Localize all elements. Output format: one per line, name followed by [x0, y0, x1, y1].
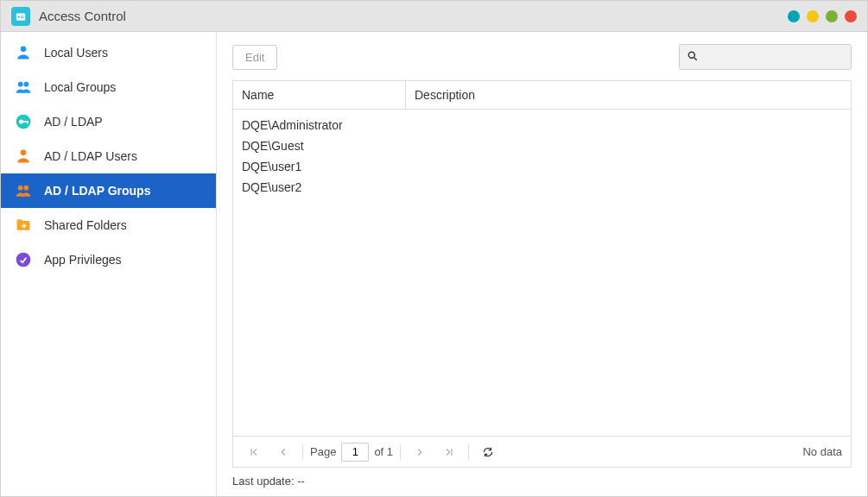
svg-point-13: [23, 186, 29, 191]
svg-line-16: [694, 57, 697, 60]
app-window: Access Control Local Users Local Groups: [0, 0, 868, 497]
pager: Page of 1 No data: [233, 436, 851, 467]
group-icon: [15, 79, 32, 96]
search-icon: [687, 50, 699, 65]
svg-rect-0: [16, 13, 26, 20]
privileges-icon: [15, 251, 32, 268]
cell-desc: [406, 158, 851, 175]
cell-name: DQE\Administrator: [233, 116, 406, 134]
svg-point-12: [18, 186, 23, 191]
svg-rect-2: [21, 16, 24, 16]
pager-status: No data: [802, 445, 842, 458]
titlebar: Access Control: [1, 1, 867, 32]
sidebar-item-ad-ldap-groups[interactable]: AD / LDAP Groups: [1, 173, 216, 208]
first-page-button[interactable]: [242, 442, 266, 462]
sidebar-item-shared-folders[interactable]: Shared Folders: [1, 208, 216, 242]
cell-name: DQE\user1: [233, 158, 406, 175]
cell-name: DQE\user2: [233, 179, 406, 196]
svg-point-5: [18, 82, 23, 87]
sidebar-item-label: AD / LDAP Users: [44, 149, 137, 163]
sidebar-item-label: AD / LDAP Groups: [44, 184, 150, 198]
edit-button[interactable]: Edit: [232, 45, 277, 70]
window-dot-teal[interactable]: [788, 10, 800, 22]
search-box[interactable]: [679, 44, 852, 70]
sidebar-item-label: App Privileges: [44, 253, 122, 267]
app-icon: [11, 7, 30, 26]
cell-name: DQE\Guest: [233, 137, 406, 154]
last-update: Last update: --: [232, 468, 852, 488]
user-orange-icon: [15, 148, 32, 165]
sidebar-item-label: Local Users: [44, 46, 108, 60]
svg-point-6: [23, 82, 29, 87]
table-row[interactable]: DQE\Administrator: [233, 115, 851, 135]
svg-rect-10: [27, 121, 29, 123]
table-body: DQE\Administrator DQE\Guest DQE\user1 DQ…: [233, 110, 851, 436]
svg-point-8: [19, 120, 23, 124]
sidebar-item-ad-ldap[interactable]: AD / LDAP: [1, 104, 216, 139]
search-input[interactable]: [704, 51, 849, 64]
window-title: Access Control: [39, 9, 126, 23]
col-description[interactable]: Description: [406, 81, 851, 109]
page-label: Page: [310, 445, 336, 458]
table-header: Name Description: [233, 81, 851, 110]
cell-desc: [406, 179, 851, 196]
svg-point-14: [16, 253, 31, 267]
prev-page-button[interactable]: [271, 442, 295, 462]
table-row[interactable]: DQE\Guest: [233, 135, 851, 156]
svg-point-15: [688, 52, 694, 58]
toolbar: Edit: [232, 44, 852, 70]
table-row[interactable]: DQE\user1: [233, 156, 851, 177]
sidebar-item-local-users[interactable]: Local Users: [1, 35, 216, 70]
sidebar-item-label: AD / LDAP: [44, 115, 103, 129]
table-row[interactable]: DQE\user2: [233, 177, 851, 198]
page-of-label: of 1: [374, 445, 393, 458]
sidebar-item-local-groups[interactable]: Local Groups: [1, 70, 216, 104]
svg-point-4: [21, 47, 27, 53]
sidebar-item-label: Local Groups: [44, 80, 116, 94]
svg-rect-3: [21, 17, 24, 18]
group-orange-icon: [15, 182, 32, 199]
sidebar: Local Users Local Groups AD / LDAP AD / …: [1, 32, 217, 496]
cell-desc: [406, 116, 851, 134]
sidebar-item-label: Shared Folders: [44, 218, 127, 232]
window-dot-red[interactable]: [845, 10, 857, 22]
svg-point-11: [21, 150, 27, 156]
last-page-button[interactable]: [437, 442, 461, 462]
data-table: Name Description DQE\Administrator DQE\G…: [232, 80, 852, 468]
main-content: Edit Name Description DQE\Administrator: [217, 32, 867, 496]
window-dot-yellow[interactable]: [807, 10, 819, 22]
window-controls: [788, 10, 857, 22]
page-input[interactable]: [341, 443, 369, 462]
svg-point-1: [18, 16, 20, 17]
refresh-button[interactable]: [476, 442, 500, 462]
col-name[interactable]: Name: [233, 81, 406, 109]
folder-icon: [15, 217, 32, 234]
sidebar-item-app-privileges[interactable]: App Privileges: [1, 242, 216, 277]
sidebar-item-ad-ldap-users[interactable]: AD / LDAP Users: [1, 139, 216, 173]
cell-desc: [406, 137, 851, 154]
key-icon: [15, 113, 32, 130]
next-page-button[interactable]: [408, 442, 432, 462]
user-icon: [15, 44, 32, 61]
window-dot-green[interactable]: [826, 10, 838, 22]
